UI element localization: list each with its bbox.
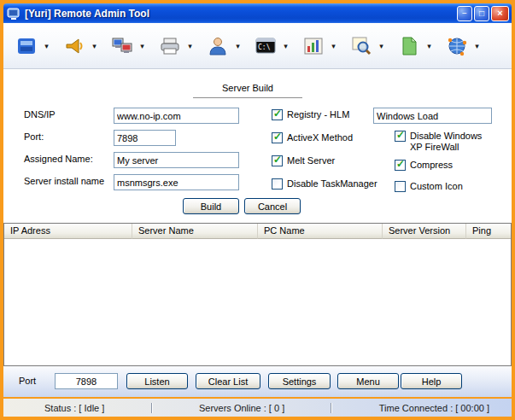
checkbox-box [395, 160, 406, 171]
app-icon[interactable] [6, 6, 20, 20]
melt-server-checkbox[interactable]: Melt Server [272, 155, 335, 166]
toolgroup-network: ▾ [108, 31, 147, 61]
checkbox-box [272, 109, 283, 120]
column-header-server-version[interactable]: Server Version [383, 224, 466, 239]
maximize-glyph: □ [479, 9, 484, 18]
dropdown-arrow-icon: ▾ [44, 42, 49, 50]
column-header-ip-address[interactable]: IP Adress [4, 224, 132, 239]
time-connected-text: Time Connected : [ 00:00 ] [379, 403, 489, 413]
registry-hlm-checkbox[interactable]: Registry - HLM [272, 109, 349, 120]
network-dropdown[interactable]: ▾ [138, 31, 147, 61]
checkbox-label: Custom Icon [410, 181, 463, 192]
checkbox-box [272, 132, 283, 143]
listen-button[interactable]: Listen [126, 373, 188, 389]
checkbox-label: Melt Server [287, 155, 335, 166]
app-logo-icon [7, 7, 20, 20]
status-bar: Status : [ Idle ] Servers Online : [ 0 ]… [3, 397, 512, 417]
column-header-pc-name[interactable]: PC Name [258, 224, 383, 239]
window-frame: [Yuri] Remote Admin Tool − □ × ▾ [0, 0, 515, 420]
dropdown-arrow-icon: ▾ [284, 42, 288, 50]
checkbox-label: Disable TaskManager [287, 178, 377, 190]
minimize-button[interactable]: − [457, 6, 472, 21]
close-button[interactable]: × [491, 6, 509, 21]
column-header-ping[interactable]: Ping [466, 224, 511, 239]
dns-ip-input[interactable] [114, 108, 239, 124]
file-manager-button[interactable] [395, 31, 424, 61]
toolgroup-web: ▾ [442, 31, 482, 61]
toolgroup-audio: ▾ [60, 31, 99, 61]
user-button[interactable] [203, 31, 232, 61]
custom-icon-checkbox[interactable]: Custom Icon [395, 181, 463, 192]
assigned-name-input[interactable] [114, 152, 239, 168]
build-button[interactable]: Build [183, 198, 239, 214]
server-build-panel: Server Build DNS/IP Port: Assigned Name:… [3, 69, 512, 223]
compress-checkbox[interactable]: Compress [395, 160, 453, 171]
toolgroup-file-manager: ▾ [395, 31, 434, 61]
toolgroup-search: ▾ [347, 31, 386, 61]
maximize-button[interactable]: □ [474, 6, 489, 21]
user-icon [207, 35, 229, 57]
applications-button[interactable] [299, 31, 328, 61]
search-dropdown[interactable]: ▾ [377, 31, 386, 61]
server-install-name-label: Server install name [24, 176, 104, 186]
load-name-input[interactable] [373, 108, 492, 124]
assigned-name-label: Assigned Name: [24, 154, 93, 164]
dropdown-arrow-icon: ▾ [475, 42, 479, 50]
window-title: [Yuri] Remote Admin Tool [25, 8, 453, 20]
checkbox-box [272, 155, 283, 166]
statusbar-separator [151, 403, 153, 413]
network-computers-button[interactable] [108, 31, 137, 61]
connection-bar: Port Listen Clear List Settings Menu Hel… [3, 366, 512, 397]
cancel-button[interactable]: Cancel [244, 198, 301, 214]
server-build-dropdown[interactable]: ▾ [42, 31, 51, 61]
activex-method-checkbox[interactable]: ActiveX Method [272, 132, 353, 143]
port-input[interactable] [114, 130, 176, 146]
dropdown-arrow-icon: ▾ [92, 42, 97, 50]
titlebar[interactable]: [Yuri] Remote Admin Tool − □ × [3, 3, 512, 23]
file-manager-dropdown[interactable]: ▾ [424, 31, 434, 61]
menu-button[interactable]: Menu [337, 373, 399, 389]
file-manager-icon [398, 35, 420, 57]
disable-taskmanager-checkbox[interactable]: Disable TaskManager [272, 178, 377, 190]
checkbox-box [395, 181, 406, 192]
server-install-name-input[interactable] [114, 174, 239, 190]
disable-firewall-checkbox[interactable]: Disable Windows XP FireWall [395, 131, 489, 153]
dropdown-arrow-icon: ▾ [427, 42, 431, 50]
panel-title: Server Build [193, 83, 302, 98]
search-icon [350, 35, 372, 57]
server-build-button[interactable] [12, 31, 41, 61]
printer-button[interactable] [155, 31, 184, 61]
dropdown-arrow-icon: ▾ [379, 42, 383, 50]
listen-port-label: Port [19, 376, 36, 386]
audio-dropdown[interactable]: ▾ [90, 31, 99, 61]
dns-ip-label: DNS/IP [24, 109, 56, 120]
applications-dropdown[interactable]: ▾ [329, 31, 338, 61]
web-globe-button[interactable] [442, 31, 471, 61]
toolgroup-printer: ▾ [155, 31, 195, 61]
toolgroup-applications: ▾ [299, 31, 338, 61]
web-globe-icon [446, 35, 468, 57]
checkbox-box [272, 178, 283, 190]
search-button[interactable] [347, 31, 376, 61]
port-label: Port: [24, 131, 44, 142]
printer-icon [159, 35, 181, 57]
command-prompt-button[interactable]: C:\ [251, 31, 280, 61]
command-prompt-icon: C:\ [255, 35, 277, 57]
checkbox-label: Registry - HLM [287, 109, 349, 120]
web-dropdown[interactable]: ▾ [472, 31, 482, 61]
help-button[interactable]: Help [401, 373, 462, 389]
minimize-glyph: − [462, 9, 467, 18]
status-text: Status : [ Idle ] [44, 403, 104, 413]
server-list-body[interactable] [4, 239, 511, 365]
command-prompt-dropdown[interactable]: ▾ [281, 31, 290, 61]
audio-button[interactable] [60, 31, 89, 61]
toolgroup-user: ▾ [203, 31, 243, 61]
printer-dropdown[interactable]: ▾ [185, 31, 195, 61]
clear-list-button[interactable]: Clear List [196, 373, 260, 389]
network-computers-icon [111, 35, 133, 57]
column-header-server-name[interactable]: Server Name [132, 224, 258, 239]
user-dropdown[interactable]: ▾ [233, 31, 243, 61]
toolgroup-server-build: ▾ [12, 31, 51, 61]
listen-port-input[interactable] [55, 373, 118, 389]
settings-button[interactable]: Settings [268, 373, 331, 389]
